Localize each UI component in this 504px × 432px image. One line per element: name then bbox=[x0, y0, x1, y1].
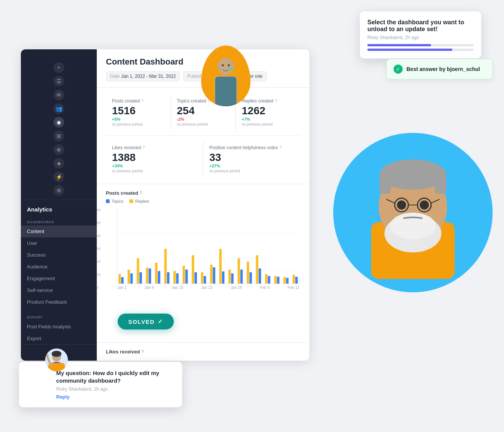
svg-rect-16 bbox=[167, 272, 169, 284]
sidebar-item-engagement[interactable]: Engagement bbox=[21, 273, 97, 284]
legend-replies-color bbox=[129, 199, 133, 203]
svg-rect-29 bbox=[228, 270, 231, 284]
x-label-jan15: Jan 15 bbox=[172, 285, 183, 290]
tooltip-title: Select the dashboard you want to unload … bbox=[367, 19, 474, 33]
stat-replies-created: Replies created ? 1262 +7% vs previous p… bbox=[236, 94, 300, 131]
reply-button[interactable]: Reply bbox=[56, 394, 173, 400]
stat-replies-label: Replies created ? bbox=[242, 98, 294, 104]
document-icon[interactable]: ☰ bbox=[54, 76, 64, 87]
sidebar-item-content-label: Content bbox=[27, 229, 44, 234]
chart-legend: Topics Replies bbox=[106, 199, 300, 203]
sidebar-item-product-feedback-label: Product Feedback bbox=[27, 299, 67, 305]
svg-rect-21 bbox=[192, 255, 194, 284]
posts-help-icon[interactable]: ? bbox=[141, 99, 143, 103]
date-filter[interactable]: Date Jan 1, 2022 - Mar 31, 2022 bbox=[106, 71, 180, 81]
svg-rect-23 bbox=[201, 272, 203, 284]
users-icon[interactable]: 👥 bbox=[54, 103, 64, 114]
best-answer-text: Best answer by bjoern_schul bbox=[406, 66, 480, 72]
svg-rect-47 bbox=[215, 77, 236, 106]
chart-x-labels: Jan 1 Jan 8 Jan 15 Jan 22 Jan 29 Feb 5 F… bbox=[117, 285, 300, 290]
svg-rect-9 bbox=[137, 258, 139, 284]
solved-text: SOLVED bbox=[128, 318, 155, 325]
chart-help-icon[interactable]: ? bbox=[140, 191, 142, 195]
svg-point-49 bbox=[228, 64, 230, 66]
helpfulness-help-icon[interactable]: ? bbox=[279, 145, 282, 150]
x-label-feb12: Feb 12 bbox=[288, 285, 299, 290]
legend-topics: Topics bbox=[106, 199, 123, 203]
svg-rect-34 bbox=[249, 272, 252, 284]
gear-icon[interactable]: ⚙ bbox=[54, 185, 64, 196]
sidebar-item-export[interactable]: Export bbox=[21, 333, 97, 344]
person-woman-svg bbox=[45, 348, 68, 371]
question-meta: Ricky Shackalord, 2h ago bbox=[56, 386, 173, 392]
stat-topics-vs: vs previous period bbox=[177, 122, 229, 126]
svg-rect-56 bbox=[380, 175, 391, 194]
svg-rect-31 bbox=[238, 258, 240, 284]
person-old-avatar bbox=[333, 133, 493, 292]
sidebar-item-success[interactable]: Success bbox=[21, 249, 97, 261]
svg-rect-11 bbox=[146, 268, 148, 284]
question-text: My question: How do I quickly edit my co… bbox=[56, 369, 173, 384]
likes-help-icon[interactable]: ? bbox=[143, 145, 145, 150]
person-old-svg bbox=[356, 146, 470, 279]
stat-replies-vs: vs previous period bbox=[242, 122, 294, 126]
svg-rect-15 bbox=[164, 249, 167, 284]
sidebar-item-self-service-label: Self-service bbox=[27, 287, 53, 293]
svg-rect-32 bbox=[240, 270, 243, 284]
sidebar-item-self-service[interactable]: Self-service bbox=[21, 284, 97, 296]
stat-helpfulness-change: +27% bbox=[209, 164, 295, 168]
replies-help-icon[interactable]: ? bbox=[275, 99, 277, 103]
link-icon[interactable]: ⊕ bbox=[54, 144, 64, 155]
svg-rect-41 bbox=[284, 277, 286, 284]
legend-replies-label: Replies bbox=[135, 199, 149, 203]
likes-section-help-icon[interactable]: ? bbox=[142, 350, 144, 354]
stats-row-2: Likes received ? 1388 +34% vs previous p… bbox=[106, 136, 300, 178]
svg-point-48 bbox=[222, 64, 224, 66]
svg-rect-44 bbox=[295, 277, 298, 284]
svg-rect-37 bbox=[265, 274, 267, 284]
svg-rect-13 bbox=[155, 263, 158, 284]
svg-point-59 bbox=[420, 200, 429, 210]
stat-helpfulness-value: 33 bbox=[209, 152, 295, 164]
best-answer-check-icon: ✓ bbox=[394, 65, 403, 74]
stat-likes-vs: vs previous period bbox=[112, 169, 197, 173]
svg-point-58 bbox=[397, 200, 406, 210]
svg-rect-57 bbox=[435, 175, 446, 194]
stat-helpfulness-label: Positive content helpfulness votes ? bbox=[209, 145, 295, 150]
chart-svg bbox=[117, 208, 300, 284]
sidebar-item-post-fields[interactable]: Post Fields Analysis bbox=[21, 321, 97, 333]
svg-rect-39 bbox=[274, 276, 277, 284]
svg-rect-7 bbox=[128, 270, 130, 284]
sidebar-item-user[interactable]: User bbox=[21, 237, 97, 249]
plus-icon[interactable]: ＋ bbox=[54, 62, 64, 73]
best-answer-card: ✓ Best answer by bjoern_schul bbox=[386, 59, 493, 79]
likes-title: Likes received ? bbox=[106, 349, 300, 355]
mail-icon[interactable]: ✉ bbox=[54, 90, 64, 100]
stat-posts-vs: vs previous period bbox=[112, 122, 164, 126]
stat-helpfulness-vs: vs previous period bbox=[209, 169, 295, 173]
svg-rect-42 bbox=[286, 278, 288, 284]
date-filter-value: Jan 1, 2022 - Mar 31, 2022 bbox=[121, 74, 176, 79]
sidebar-item-content[interactable]: Content bbox=[21, 225, 97, 237]
tag-icon[interactable]: ◈ bbox=[54, 158, 64, 169]
stat-helpfulness: Positive content helpfulness votes ? 33 … bbox=[203, 140, 301, 178]
svg-rect-8 bbox=[130, 273, 132, 284]
svg-point-70 bbox=[52, 351, 61, 357]
stats-section: Posts created ? 1516 +5% vs previous per… bbox=[97, 88, 309, 184]
svg-rect-36 bbox=[259, 268, 261, 284]
date-filter-label: Date bbox=[110, 74, 120, 79]
sidebar-item-audience[interactable]: Audience bbox=[21, 261, 97, 273]
sidebar-item-success-label: Success bbox=[27, 252, 46, 258]
svg-rect-14 bbox=[158, 271, 160, 284]
x-label-jan29: Jan 29 bbox=[231, 285, 242, 290]
bolt-icon[interactable]: ⚡ bbox=[54, 172, 64, 182]
solved-check-icon: ✓ bbox=[158, 318, 164, 325]
tooltip-bar-2-fill bbox=[367, 49, 452, 51]
chart-icon[interactable]: ◉ bbox=[54, 117, 64, 128]
chart-title: Posts created ? bbox=[106, 190, 300, 196]
chart-container: 0102030405060 bbox=[106, 208, 300, 290]
stat-topics-value: 254 bbox=[177, 105, 229, 117]
grid-icon[interactable]: ⊞ bbox=[54, 131, 64, 141]
sidebar-item-product-feedback[interactable]: Product Feedback bbox=[21, 296, 97, 308]
question-content: My question: How do I quickly edit my co… bbox=[56, 369, 173, 400]
